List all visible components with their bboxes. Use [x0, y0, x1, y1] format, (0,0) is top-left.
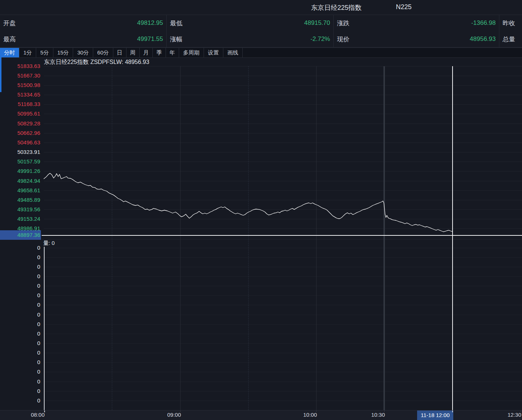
- index-symbol: N225: [396, 3, 412, 11]
- volume-axis-line: [44, 247, 45, 410]
- period-tab-bar: 分时1分5分15分30分60分日周月季年多周期设置画线: [0, 48, 522, 58]
- plot-start-tick: [44, 410, 45, 412]
- price-axis-label: 49319.56: [0, 205, 41, 214]
- info-column-0: 开盘49812.95最高49971.55: [0, 15, 167, 47]
- info-value: 49971.55: [137, 35, 163, 43]
- price-axis-label: 49658.61: [0, 186, 41, 195]
- price-line-plot[interactable]: [0, 58, 522, 410]
- intraday-chart[interactable]: 东京日经225指数 ZSDPFSLW: 48956.93 量: 0 48897.…: [0, 58, 522, 410]
- info-cell: 昨收: [499, 15, 522, 31]
- index-name: 东京日经225指数: [311, 3, 362, 12]
- tab-多周期[interactable]: 多周期: [179, 48, 204, 57]
- info-cell: 涨幅-2.72%: [167, 31, 333, 47]
- price-axis-label: 51833.63: [0, 61, 41, 71]
- chart-title: 东京日经225指数 ZSDPFSLW: 48956.93: [44, 58, 149, 66]
- tab-1分[interactable]: 1分: [19, 48, 36, 57]
- title-bar: 东京日经225指数 N225: [0, 0, 522, 15]
- volume-axis-label: 0: [0, 367, 41, 377]
- price-axis-label: 51334.65: [0, 90, 41, 99]
- tab-季[interactable]: 季: [153, 48, 166, 57]
- info-label: 涨幅: [170, 35, 182, 43]
- price-axis-label: 50995.61: [0, 109, 41, 118]
- volume-axis-label: 0: [0, 253, 41, 262]
- volume-axis-label: 0: [0, 338, 41, 348]
- crosshair-time-label: 11-18 12:00: [417, 410, 453, 420]
- info-cell: 现价48956.93: [334, 31, 499, 47]
- time-axis-label: 10:30: [371, 412, 385, 418]
- info-label: 开盘: [3, 19, 16, 27]
- volume-axis-label: 0: [0, 377, 41, 386]
- info-cell: 开盘49812.95: [0, 15, 166, 31]
- info-column-2: 涨跌-1366.98现价48956.93: [334, 15, 499, 47]
- price-axis-label: 50157.59: [0, 157, 41, 166]
- volume-axis-label: 0: [0, 319, 41, 329]
- volume-value-label: 量: 0: [43, 240, 55, 247]
- price-axis-label: 50323.91: [0, 147, 41, 157]
- volume-axis-label: 0: [0, 291, 41, 300]
- info-cell: 最低48915.70: [167, 15, 333, 31]
- info-column-1: 最低48915.70涨幅-2.72%: [167, 15, 334, 47]
- price-axis-label: 49153.24: [0, 214, 41, 224]
- tab-分时[interactable]: 分时: [0, 48, 19, 57]
- volume-axis-label: 0: [0, 329, 41, 338]
- crosshair-vertical-line: [452, 66, 453, 410]
- time-axis-label: 10:00: [303, 412, 317, 418]
- info-value: 48915.70: [304, 19, 330, 27]
- info-column-3: 昨收总量: [499, 15, 522, 47]
- info-cell: 涨跌-1366.98: [334, 15, 499, 31]
- tab-设置[interactable]: 设置: [204, 48, 223, 57]
- info-label: 最低: [170, 19, 182, 27]
- info-label: 涨跌: [337, 19, 349, 27]
- tab-日[interactable]: 日: [113, 48, 126, 57]
- info-cell: 总量: [499, 31, 522, 47]
- info-value: -1366.98: [471, 19, 496, 27]
- info-value: -2.72%: [310, 35, 330, 43]
- price-axis-label: 49991.26: [0, 166, 41, 176]
- info-value: 48956.93: [470, 35, 496, 43]
- time-axis-label: 12:30: [507, 412, 521, 418]
- time-axis-tick: [316, 410, 317, 412]
- volume-axis-label: 0: [0, 262, 41, 272]
- price-axis-label: 49485.89: [0, 195, 41, 205]
- time-axis-tick: [384, 410, 385, 412]
- volume-axis-label: 0: [0, 300, 41, 310]
- time-axis-bar: 11-18 12:00 08:0009:0010:0010:3012:30: [0, 410, 522, 420]
- crosshair-price-label: 48897.36: [0, 230, 41, 240]
- info-cell: 最高49971.55: [0, 31, 166, 47]
- info-label: 现价: [337, 35, 349, 43]
- price-axis-label: 50496.63: [0, 138, 41, 147]
- tab-60分[interactable]: 60分: [93, 48, 113, 57]
- tab-周[interactable]: 周: [126, 48, 140, 57]
- info-label: 昨收: [503, 19, 515, 27]
- time-axis-label: 08:00: [31, 412, 45, 418]
- volume-axis-label: 0: [0, 357, 41, 367]
- crosshair-horizontal-line: [42, 235, 522, 236]
- volume-axis-label: 0: [0, 272, 41, 281]
- volume-axis-label: 0: [0, 396, 41, 405]
- time-axis-tick: [521, 410, 521, 412]
- price-axis-label: 51667.30: [0, 71, 41, 80]
- volume-axis-label: 0: [0, 386, 41, 396]
- tab-月[interactable]: 月: [140, 48, 153, 57]
- volume-axis-label: 0: [0, 310, 41, 319]
- stock-app-window: 东京日经225指数 N225 开盘49812.95最高49971.55最低489…: [0, 0, 522, 420]
- crosshair-axis-tick: [452, 410, 453, 412]
- price-axis-label: 50662.96: [0, 128, 41, 138]
- price-axis-label: 51500.98: [0, 80, 41, 90]
- price-axis-label: 49824.94: [0, 176, 41, 186]
- tab-15分[interactable]: 15分: [53, 48, 73, 57]
- volume-axis-label: 0: [0, 348, 41, 357]
- price-axis-label: 50829.28: [0, 119, 41, 128]
- tab-30分[interactable]: 30分: [73, 48, 93, 57]
- tab-年[interactable]: 年: [166, 48, 179, 57]
- quote-info-grid: 开盘49812.95最高49971.55最低48915.70涨幅-2.72%涨跌…: [0, 15, 522, 48]
- tab-5分[interactable]: 5分: [36, 48, 53, 57]
- volume-axis-label: 0: [0, 281, 41, 291]
- time-axis-tick: [180, 410, 181, 412]
- left-edge-scrollbar[interactable]: [0, 57, 1, 92]
- info-label: 最高: [3, 35, 16, 43]
- price-line: [44, 173, 453, 232]
- info-label: 总量: [503, 35, 515, 43]
- price-axis-label: 51168.33: [0, 99, 41, 109]
- tab-画线[interactable]: 画线: [223, 48, 243, 57]
